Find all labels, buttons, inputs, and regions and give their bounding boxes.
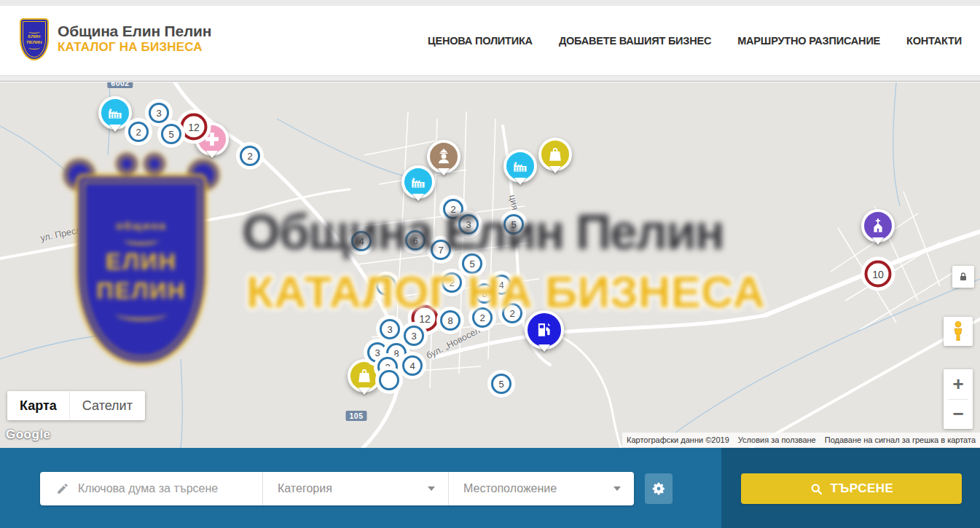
crest-ornament [28,46,40,50]
cluster-marker[interactable]: 8 [440,310,460,331]
keyword-input[interactable] [78,482,253,495]
cluster-marker[interactable]: 2 [472,307,493,328]
factory-pin-marker[interactable] [503,149,537,183]
factory-icon [511,157,530,176]
bag-icon [355,366,374,385]
cluster-marker[interactable]: 2 [443,199,463,219]
factory-pin-marker[interactable] [98,96,132,130]
worker-icon [434,147,453,166]
fuel-pin-marker[interactable] [525,310,564,350]
search-icon [810,482,823,496]
pegman-icon [949,320,968,342]
factory-pin-marker[interactable] [401,165,435,199]
map-type-satellite-button[interactable]: Сателит [69,391,145,420]
cluster-marker[interactable]: 6 [405,230,426,251]
site-subtitle: КАТАЛОГ НА БИЗНЕСА [58,39,211,55]
municipality-crest-icon: ЕЛИН ПЕЛИН [20,18,49,60]
crest-ornament [28,30,40,34]
zoom-out-button[interactable]: − [944,400,973,430]
cluster-marker[interactable]: 2 [128,122,149,142]
lock-icon [957,271,969,283]
attribution-copyright: Картографски данни ©2019 [622,433,734,447]
crest-text: ПЕЛИН [26,40,42,45]
keyword-field[interactable] [40,472,262,505]
crest-text: ЕЛИН [28,34,41,39]
gear-icon [651,481,667,497]
cluster-marker[interactable]: 7 [431,240,451,260]
map-type-control: Карта Сателит [7,391,145,420]
fuel-icon [535,320,554,339]
bag-icon [546,145,565,164]
nav-contacts[interactable]: КОНТАКТИ [906,35,962,47]
zoom-in-button[interactable]: + [944,369,973,399]
google-logo[interactable]: Google [6,427,51,442]
nav-route-schedule[interactable]: МАРШРУТНО РАЗПИСАНИЕ [737,35,880,47]
main-nav: ЦЕНОВА ПОЛИТИКА ДОБАВЕТЕ ВАШИЯТ БИЗНЕС М… [428,6,962,76]
location-select[interactable]: Местоположение [448,472,634,505]
bag-pin-marker[interactable] [538,138,572,171]
cluster-marker[interactable]: 3 [404,326,424,346]
category-select[interactable]: Категория [262,472,448,505]
location-select-label: Местоположение [463,482,557,495]
cluster-marker[interactable]: 3 [380,319,400,339]
pencil-icon [56,482,69,495]
nav-pricing-policy[interactable]: ЦЕНОВА ПОЛИТИКА [428,35,533,47]
cluster-marker[interactable]: 3 [149,103,169,123]
church-pin-marker[interactable] [861,209,895,243]
cluster-marker[interactable]: 2 [240,146,260,166]
cluster-marker[interactable]: 8 [474,283,495,304]
worker-pin-marker[interactable] [427,140,460,173]
zoom-control: + − [944,369,973,429]
cluster-marker[interactable]: 3 [458,214,479,235]
factory-icon [409,173,428,192]
church-icon [869,216,887,235]
cluster-marker[interactable]: 5 [503,214,524,235]
site-logo[interactable]: ЕЛИН ПЕЛИН Община Елин Пелин КАТАЛОГ НА … [20,18,211,60]
map-attribution: Картографски данни ©2019 Условия за полз… [622,433,980,447]
map-canvas[interactable]: 6002105ул. Преславбул. „Новоселция 32125… [0,82,980,448]
header-map-divider [0,76,980,82]
map-markers-layer: 3212522356475224822128333834510 [0,82,980,448]
page: ЕЛИН ПЕЛИН Община Елин Пелин КАТАЛОГ НА … [0,0,980,528]
cluster-marker[interactable]: 12 [181,114,208,141]
cluster-marker[interactable]: 4 [402,355,423,376]
nav-add-your-business[interactable]: ДОБАВЕТЕ ВАШИЯТ БИЗНЕС [559,35,711,47]
cluster-marker[interactable]: 5 [161,124,181,144]
chevron-down-icon [428,486,435,491]
header: ЕЛИН ПЕЛИН Община Елин Пелин КАТАЛОГ НА … [0,6,980,76]
pegman-control[interactable] [944,317,973,346]
cluster-marker[interactable]: 2 [376,275,396,296]
cluster-marker[interactable]: 2 [442,272,462,293]
category-select-label: Категория [278,482,332,495]
chevron-down-icon [614,486,621,491]
cluster-marker[interactable] [379,370,399,390]
cluster-marker[interactable]: 10 [865,261,892,288]
factory-icon [106,103,125,122]
cluster-marker[interactable]: 2 [502,303,522,323]
attribution-terms-link[interactable]: Условия за ползване [734,433,820,447]
search-fields: Категория Местоположение [40,472,634,505]
bag-pin-marker[interactable] [348,359,381,393]
cluster-marker[interactable]: 4 [351,231,372,251]
attribution-report-link[interactable]: Подаване на сигнал за грешка в картата [820,433,980,447]
map-type-map-button[interactable]: Карта [7,391,69,420]
cluster-marker[interactable]: 5 [491,374,511,394]
advanced-search-button[interactable] [645,473,673,504]
top-strip [0,0,980,6]
site-title: Община Елин Пелин [58,23,211,39]
search-button[interactable]: ТЪРСЕНЕ [741,473,962,504]
cluster-marker[interactable]: 5 [462,253,482,274]
lock-button[interactable] [952,266,974,288]
search-button-label: ТЪРСЕНЕ [831,481,894,496]
